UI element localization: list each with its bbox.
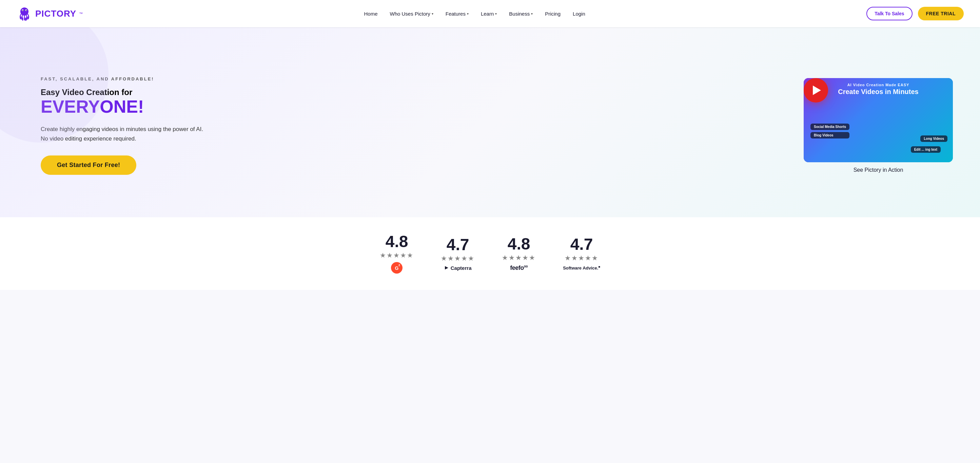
rating-capterra: 4.7 ★★★★★ Capterra — [441, 236, 475, 271]
capterra-label: Capterra — [451, 265, 472, 271]
rating-feefo-stars: ★★★★★ — [502, 254, 536, 262]
chevron-icon: ▾ — [495, 12, 497, 16]
nav-features[interactable]: Features ▾ — [445, 11, 469, 17]
rating-feefo-score: 4.8 — [508, 236, 530, 252]
rating-g2-stars: ★★★★★ — [380, 251, 414, 259]
rating-software-advice: 4.7 ★★★★★ Software Advice.■ — [563, 236, 600, 271]
logo[interactable]: PICTORY™ — [16, 5, 83, 22]
nav-who-uses[interactable]: Who Uses Pictory ▾ — [390, 11, 433, 17]
svg-text:2: 2 — [398, 263, 400, 267]
nav-login[interactable]: Login — [573, 11, 585, 17]
rating-feefo: 4.8 ★★★★★ feefooo — [502, 236, 536, 271]
g2-icon: G 2 — [391, 262, 402, 274]
nav-links: Home Who Uses Pictory ▾ Features ▾ Learn… — [364, 11, 585, 17]
software-advice-label: Software Advice.■ — [563, 265, 600, 271]
chevron-icon: ▾ — [467, 12, 469, 16]
svg-point-5 — [23, 10, 24, 10]
free-trial-button[interactable]: FREE TRIAL — [918, 7, 964, 20]
nav-pricing[interactable]: Pricing — [545, 11, 560, 17]
rating-capterra-stars: ★★★★★ — [441, 254, 475, 262]
nav-business[interactable]: Business ▾ — [509, 11, 533, 17]
ratings-section: 4.8 ★★★★★ G 2 4.7 ★★★★★ Capterra — [0, 217, 980, 290]
nav-actions: Talk To Sales FREE TRIAL — [866, 7, 964, 20]
hero-title: Easy Video Creation for EVERYONE! — [41, 88, 204, 117]
rating-sa-score: 4.7 — [570, 236, 593, 252]
capterra-arrow-icon — [444, 265, 449, 270]
hero-section: FAST, SCALABLE, AND AFFORDABLE! Easy Vid… — [0, 27, 980, 217]
logo-tm: ™ — [79, 11, 83, 16]
hero-subtitle: FAST, SCALABLE, AND AFFORDABLE! — [41, 77, 204, 81]
chevron-icon: ▾ — [531, 12, 533, 16]
video-thumbnail[interactable]: AI Video Creation Made EASY Create Video… — [803, 78, 953, 162]
video-play-button[interactable] — [803, 78, 828, 102]
svg-marker-10 — [445, 266, 448, 270]
video-tag-long: Long Videos — [920, 136, 947, 142]
rating-capterra-platform: Capterra — [444, 265, 472, 271]
rating-sa-platform: Software Advice.■ — [563, 265, 600, 271]
video-caption: See Pictory in Action — [854, 167, 904, 173]
rating-sa-stars: ★★★★★ — [565, 254, 598, 262]
rating-g2-score: 4.8 — [385, 233, 408, 250]
rating-g2-platform: G 2 — [391, 262, 402, 274]
hero-title-line2: EVERYONE! — [41, 97, 204, 117]
video-tag-blog: Blog Videos — [810, 132, 850, 139]
feefo-label: feefooo — [510, 264, 528, 271]
svg-point-0 — [20, 8, 29, 16]
navbar: PICTORY™ Home Who Uses Pictory ▾ Feature… — [0, 0, 980, 27]
video-tag-social: Social Media Shorts — [810, 124, 850, 130]
nav-learn[interactable]: Learn ▾ — [481, 11, 497, 17]
nav-home[interactable]: Home — [364, 11, 378, 17]
rating-g2: 4.8 ★★★★★ G 2 — [380, 233, 414, 274]
hero-title-line1: Easy Video Creation for — [41, 88, 132, 97]
logo-text: PICTORY — [35, 8, 76, 19]
hero-description: Create highly engaging videos in minutes… — [41, 125, 204, 143]
svg-text:G: G — [395, 265, 399, 271]
hero-left: FAST, SCALABLE, AND AFFORDABLE! Easy Vid… — [41, 77, 204, 175]
video-tags-left: Social Media Shorts Blog Videos — [810, 124, 850, 139]
hero-right: AI Video Creation Made EASY Create Video… — [803, 78, 953, 173]
video-tag-edit: Edit ... ing text — [911, 146, 941, 153]
rating-capterra-score: 4.7 — [447, 236, 469, 253]
chevron-icon: ▾ — [432, 12, 433, 16]
octopus-icon — [16, 5, 33, 22]
talk-to-sales-button[interactable]: Talk To Sales — [866, 7, 912, 20]
rating-feefo-platform: feefooo — [510, 264, 528, 271]
get-started-button[interactable]: Get Started For Free! — [41, 155, 136, 175]
